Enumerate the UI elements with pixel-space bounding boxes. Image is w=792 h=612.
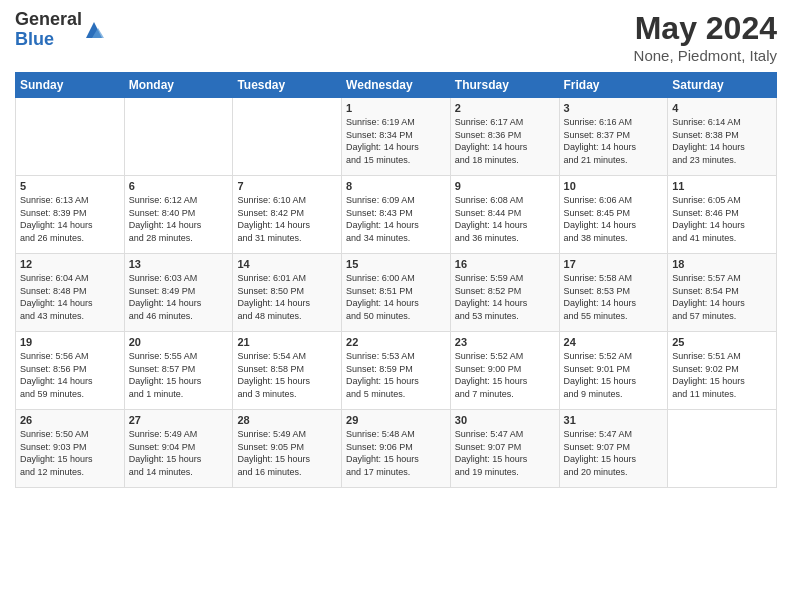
day-info: Sunrise: 6:06 AM Sunset: 8:45 PM Dayligh…	[564, 194, 664, 244]
day-number: 3	[564, 102, 664, 114]
day-number: 12	[20, 258, 120, 270]
header-monday: Monday	[124, 73, 233, 98]
day-number: 2	[455, 102, 555, 114]
calendar-week-row: 19Sunrise: 5:56 AM Sunset: 8:56 PM Dayli…	[16, 332, 777, 410]
location-subtitle: None, Piedmont, Italy	[634, 47, 777, 64]
day-number: 8	[346, 180, 446, 192]
table-row: 24Sunrise: 5:52 AM Sunset: 9:01 PM Dayli…	[559, 332, 668, 410]
table-row: 30Sunrise: 5:47 AM Sunset: 9:07 PM Dayli…	[450, 410, 559, 488]
table-row: 12Sunrise: 6:04 AM Sunset: 8:48 PM Dayli…	[16, 254, 125, 332]
table-row: 31Sunrise: 5:47 AM Sunset: 9:07 PM Dayli…	[559, 410, 668, 488]
table-row: 22Sunrise: 5:53 AM Sunset: 8:59 PM Dayli…	[342, 332, 451, 410]
table-row: 20Sunrise: 5:55 AM Sunset: 8:57 PM Dayli…	[124, 332, 233, 410]
table-row: 7Sunrise: 6:10 AM Sunset: 8:42 PM Daylig…	[233, 176, 342, 254]
day-number: 22	[346, 336, 446, 348]
day-info: Sunrise: 5:51 AM Sunset: 9:02 PM Dayligh…	[672, 350, 772, 400]
day-info: Sunrise: 5:49 AM Sunset: 9:05 PM Dayligh…	[237, 428, 337, 478]
day-info: Sunrise: 6:00 AM Sunset: 8:51 PM Dayligh…	[346, 272, 446, 322]
day-info: Sunrise: 5:49 AM Sunset: 9:04 PM Dayligh…	[129, 428, 229, 478]
day-info: Sunrise: 5:52 AM Sunset: 9:00 PM Dayligh…	[455, 350, 555, 400]
day-info: Sunrise: 5:53 AM Sunset: 8:59 PM Dayligh…	[346, 350, 446, 400]
header-saturday: Saturday	[668, 73, 777, 98]
day-number: 26	[20, 414, 120, 426]
day-number: 20	[129, 336, 229, 348]
table-row: 16Sunrise: 5:59 AM Sunset: 8:52 PM Dayli…	[450, 254, 559, 332]
day-number: 10	[564, 180, 664, 192]
day-info: Sunrise: 5:47 AM Sunset: 9:07 PM Dayligh…	[564, 428, 664, 478]
day-info: Sunrise: 6:09 AM Sunset: 8:43 PM Dayligh…	[346, 194, 446, 244]
logo-blue-text: Blue	[15, 30, 82, 50]
day-info: Sunrise: 6:16 AM Sunset: 8:37 PM Dayligh…	[564, 116, 664, 166]
day-number: 9	[455, 180, 555, 192]
day-info: Sunrise: 6:08 AM Sunset: 8:44 PM Dayligh…	[455, 194, 555, 244]
table-row: 29Sunrise: 5:48 AM Sunset: 9:06 PM Dayli…	[342, 410, 451, 488]
day-number: 30	[455, 414, 555, 426]
day-info: Sunrise: 6:01 AM Sunset: 8:50 PM Dayligh…	[237, 272, 337, 322]
header: General Blue May 2024 None, Piedmont, It…	[15, 10, 777, 64]
table-row: 27Sunrise: 5:49 AM Sunset: 9:04 PM Dayli…	[124, 410, 233, 488]
table-row: 18Sunrise: 5:57 AM Sunset: 8:54 PM Dayli…	[668, 254, 777, 332]
day-number: 7	[237, 180, 337, 192]
day-info: Sunrise: 5:55 AM Sunset: 8:57 PM Dayligh…	[129, 350, 229, 400]
logo-icon	[84, 20, 104, 40]
table-row: 8Sunrise: 6:09 AM Sunset: 8:43 PM Daylig…	[342, 176, 451, 254]
day-number: 5	[20, 180, 120, 192]
table-row	[124, 98, 233, 176]
day-info: Sunrise: 6:12 AM Sunset: 8:40 PM Dayligh…	[129, 194, 229, 244]
logo-general-text: General	[15, 10, 82, 30]
table-row: 21Sunrise: 5:54 AM Sunset: 8:58 PM Dayli…	[233, 332, 342, 410]
calendar-week-row: 1Sunrise: 6:19 AM Sunset: 8:34 PM Daylig…	[16, 98, 777, 176]
header-sunday: Sunday	[16, 73, 125, 98]
day-number: 16	[455, 258, 555, 270]
table-row: 19Sunrise: 5:56 AM Sunset: 8:56 PM Dayli…	[16, 332, 125, 410]
day-info: Sunrise: 5:56 AM Sunset: 8:56 PM Dayligh…	[20, 350, 120, 400]
logo: General Blue	[15, 10, 104, 50]
header-friday: Friday	[559, 73, 668, 98]
calendar-week-row: 26Sunrise: 5:50 AM Sunset: 9:03 PM Dayli…	[16, 410, 777, 488]
table-row: 13Sunrise: 6:03 AM Sunset: 8:49 PM Dayli…	[124, 254, 233, 332]
day-number: 14	[237, 258, 337, 270]
table-row: 5Sunrise: 6:13 AM Sunset: 8:39 PM Daylig…	[16, 176, 125, 254]
day-number: 29	[346, 414, 446, 426]
day-number: 11	[672, 180, 772, 192]
header-thursday: Thursday	[450, 73, 559, 98]
day-number: 15	[346, 258, 446, 270]
day-number: 6	[129, 180, 229, 192]
table-row: 28Sunrise: 5:49 AM Sunset: 9:05 PM Dayli…	[233, 410, 342, 488]
day-info: Sunrise: 5:47 AM Sunset: 9:07 PM Dayligh…	[455, 428, 555, 478]
header-tuesday: Tuesday	[233, 73, 342, 98]
table-row: 26Sunrise: 5:50 AM Sunset: 9:03 PM Dayli…	[16, 410, 125, 488]
day-info: Sunrise: 5:54 AM Sunset: 8:58 PM Dayligh…	[237, 350, 337, 400]
table-row: 17Sunrise: 5:58 AM Sunset: 8:53 PM Dayli…	[559, 254, 668, 332]
day-info: Sunrise: 6:17 AM Sunset: 8:36 PM Dayligh…	[455, 116, 555, 166]
day-number: 1	[346, 102, 446, 114]
day-number: 24	[564, 336, 664, 348]
month-title: May 2024	[634, 10, 777, 47]
day-info: Sunrise: 6:03 AM Sunset: 8:49 PM Dayligh…	[129, 272, 229, 322]
table-row: 4Sunrise: 6:14 AM Sunset: 8:38 PM Daylig…	[668, 98, 777, 176]
table-row	[668, 410, 777, 488]
table-row: 25Sunrise: 5:51 AM Sunset: 9:02 PM Dayli…	[668, 332, 777, 410]
day-number: 4	[672, 102, 772, 114]
day-info: Sunrise: 6:05 AM Sunset: 8:46 PM Dayligh…	[672, 194, 772, 244]
day-number: 28	[237, 414, 337, 426]
table-row	[233, 98, 342, 176]
table-row: 9Sunrise: 6:08 AM Sunset: 8:44 PM Daylig…	[450, 176, 559, 254]
calendar-week-row: 12Sunrise: 6:04 AM Sunset: 8:48 PM Dayli…	[16, 254, 777, 332]
table-row: 15Sunrise: 6:00 AM Sunset: 8:51 PM Dayli…	[342, 254, 451, 332]
day-info: Sunrise: 6:13 AM Sunset: 8:39 PM Dayligh…	[20, 194, 120, 244]
table-row: 23Sunrise: 5:52 AM Sunset: 9:00 PM Dayli…	[450, 332, 559, 410]
table-row: 6Sunrise: 6:12 AM Sunset: 8:40 PM Daylig…	[124, 176, 233, 254]
day-number: 23	[455, 336, 555, 348]
header-wednesday: Wednesday	[342, 73, 451, 98]
day-info: Sunrise: 6:10 AM Sunset: 8:42 PM Dayligh…	[237, 194, 337, 244]
table-row: 2Sunrise: 6:17 AM Sunset: 8:36 PM Daylig…	[450, 98, 559, 176]
day-number: 25	[672, 336, 772, 348]
day-info: Sunrise: 5:59 AM Sunset: 8:52 PM Dayligh…	[455, 272, 555, 322]
title-block: May 2024 None, Piedmont, Italy	[634, 10, 777, 64]
day-info: Sunrise: 6:14 AM Sunset: 8:38 PM Dayligh…	[672, 116, 772, 166]
day-number: 19	[20, 336, 120, 348]
table-row: 10Sunrise: 6:06 AM Sunset: 8:45 PM Dayli…	[559, 176, 668, 254]
day-number: 27	[129, 414, 229, 426]
day-info: Sunrise: 5:57 AM Sunset: 8:54 PM Dayligh…	[672, 272, 772, 322]
